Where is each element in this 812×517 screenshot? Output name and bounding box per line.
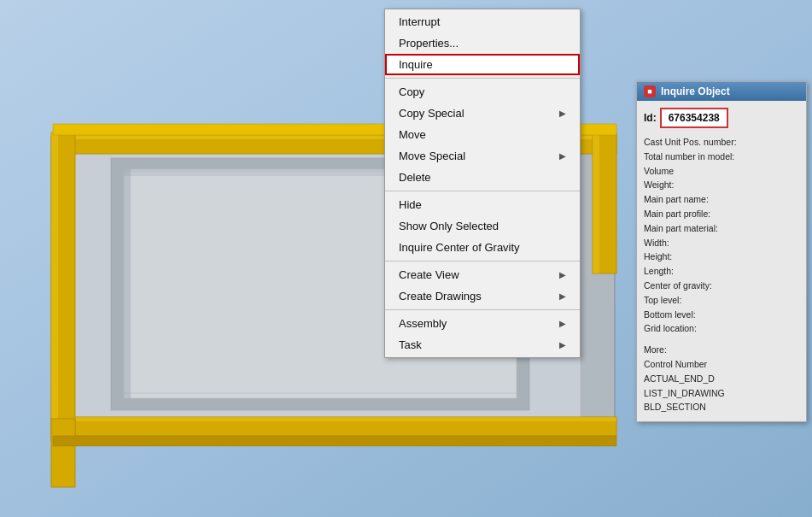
inquire-field: Bottom level: (644, 308, 799, 322)
svg-rect-12 (593, 132, 599, 273)
menu-item-hide[interactable]: Hide (385, 194, 580, 215)
menu-label-inquire: Inquire (399, 58, 433, 71)
menu-item-inquire-gravity[interactable]: Inquire Center of Gravity (385, 237, 580, 258)
more-field: LIST_IN_DRAWING (644, 386, 799, 401)
menu-item-show-only[interactable]: Show Only Selected (385, 215, 580, 237)
menu-item-move-special[interactable]: Move Special▶ (385, 145, 580, 167)
more-field: Control Number (644, 357, 799, 372)
inquire-body: Id: 676354238 Cast Unit Pos. number:Tota… (637, 101, 806, 421)
menu-item-task[interactable]: Task▶ (385, 334, 580, 355)
inquire-field: Main part name: (644, 192, 799, 207)
menu-label-interrupt: Interrupt (399, 15, 440, 28)
more-label: More: (644, 343, 799, 357)
menu-item-create-view[interactable]: Create View▶ (385, 264, 580, 285)
menu-arrow-copy-special: ▶ (559, 109, 566, 118)
inquire-titlebar: ■ Inquire Object (637, 82, 806, 101)
menu-label-copy: Copy (399, 85, 424, 98)
inquire-panel: ■ Inquire Object Id: 676354238 Cast Unit… (636, 81, 807, 422)
menu-separator-inquire (385, 78, 580, 79)
menu-label-assembly: Assembly (399, 317, 447, 330)
inquire-field: Width: (644, 236, 799, 250)
inquire-title: Inquire Object (661, 85, 730, 97)
menu-label-task: Task (399, 338, 422, 351)
inquire-field: Volume (644, 164, 799, 179)
svg-marker-15 (53, 436, 616, 446)
menu-item-properties[interactable]: Properties... (385, 32, 580, 54)
menu-arrow-task: ▶ (559, 340, 566, 350)
menu-arrow-assembly: ▶ (559, 319, 566, 328)
menu-arrow-create-view: ▶ (559, 270, 566, 279)
menu-label-move-special: Move Special (399, 150, 465, 162)
inquire-field: Main part profile: (644, 207, 799, 221)
menu-item-inquire[interactable]: Inquire (385, 54, 580, 75)
id-value: 676354238 (660, 108, 728, 128)
menu-label-create-view: Create View (399, 268, 459, 281)
inquire-field: Height: (644, 250, 799, 264)
inquire-field: Weight: (644, 178, 799, 192)
inquire-field: Center of gravity: (644, 279, 799, 293)
menu-separator-delete (385, 191, 580, 191)
menu-separator-create-drawings (385, 309, 580, 310)
inquire-field: Grid location: (644, 321, 799, 336)
menu-item-assembly[interactable]: Assembly▶ (385, 313, 580, 334)
more-field: BLD_SECTION (644, 400, 799, 414)
menu-label-inquire-gravity: Inquire Center of Gravity (399, 241, 520, 254)
menu-arrow-create-drawings: ▶ (559, 291, 566, 301)
menu-item-create-drawings[interactable]: Create Drawings▶ (385, 285, 580, 307)
context-menu: InterruptProperties...InquireCopyCopy Sp… (384, 9, 581, 358)
svg-rect-16 (124, 169, 131, 398)
inquire-field: Total number in model: (644, 150, 799, 164)
inquire-field: Cast Unit Pos. number: (644, 135, 799, 150)
menu-item-move[interactable]: Move (385, 124, 580, 145)
svg-rect-8 (53, 417, 616, 421)
menu-separator-inquire-gravity (385, 261, 580, 261)
menu-label-properties: Properties... (399, 37, 459, 50)
inquire-field: Main part material: (644, 221, 799, 236)
menu-label-copy-special: Copy Special (399, 107, 464, 120)
more-section: More:Control NumberACTUAL_END_DLIST_IN_D… (644, 343, 799, 414)
more-field: ACTUAL_END_D (644, 372, 799, 386)
menu-item-copy-special[interactable]: Copy Special▶ (385, 103, 580, 124)
menu-item-delete[interactable]: Delete (385, 167, 580, 188)
svg-rect-13 (51, 419, 75, 487)
menu-label-move: Move (399, 128, 426, 141)
id-label: Id: (644, 112, 657, 124)
svg-rect-10 (51, 132, 58, 440)
menu-item-copy[interactable]: Copy (385, 81, 580, 103)
menu-label-hide: Hide (399, 198, 422, 211)
inquire-fields: Cast Unit Pos. number:Total number in mo… (644, 135, 799, 336)
menu-label-show-only: Show Only Selected (399, 220, 499, 232)
menu-item-interrupt[interactable]: Interrupt (385, 11, 580, 32)
menu-arrow-move-special: ▶ (559, 151, 566, 161)
inquire-field: Top level: (644, 293, 799, 308)
inquire-icon: ■ (644, 85, 656, 97)
menu-label-create-drawings: Create Drawings (399, 290, 482, 303)
id-row: Id: 676354238 (644, 108, 799, 128)
inquire-field: Length: (644, 264, 799, 279)
menu-label-delete: Delete (399, 171, 431, 184)
